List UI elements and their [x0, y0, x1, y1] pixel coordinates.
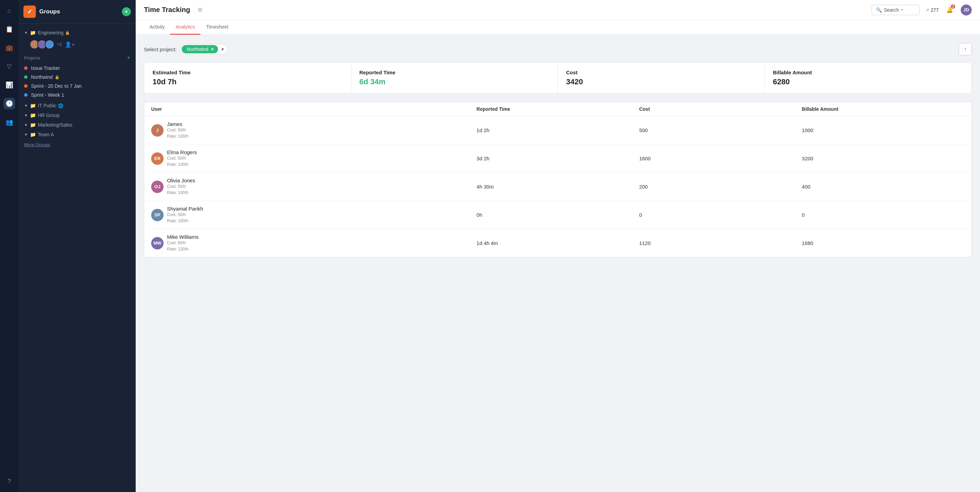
- export-button[interactable]: ↑: [959, 43, 972, 56]
- notification-count: 2: [951, 5, 955, 9]
- search-box[interactable]: 🔍 Search ▾: [872, 5, 920, 15]
- col-reported-time: Reported Time: [477, 106, 639, 112]
- avatar-3: [45, 40, 54, 49]
- avatar-shyamal: SP: [151, 209, 164, 221]
- cost-value: 3420: [566, 78, 756, 86]
- home-icon[interactable]: ⌂: [3, 5, 15, 16]
- clock-icon[interactable]: 🕐: [3, 98, 15, 110]
- billable-james: 1000: [802, 127, 964, 133]
- billable-shyamal: 0: [802, 212, 964, 218]
- engineering-arrow: ▼: [24, 31, 28, 35]
- user-cell-shyamal: SP Shyamal Parikh Cost: 50/h Rate: 100/h: [151, 206, 477, 224]
- group-team-a[interactable]: ▼ 📁 Team A: [19, 130, 136, 139]
- tab-activity[interactable]: Activity: [144, 20, 170, 35]
- project-tag-northwind[interactable]: Northwind ✕: [182, 45, 218, 53]
- sidebar-item-issue-tracker[interactable]: Issue Tracker: [24, 63, 130, 73]
- search-label: Search: [884, 7, 899, 13]
- topbar: Time Tracking ⚙ 🔍 Search ▾ ↗ 277 🔔 2 JD: [136, 0, 980, 20]
- sprint-dec-label: Sprint - 20 Dec to 7 Jan: [31, 83, 82, 89]
- filter-icon[interactable]: ▽: [3, 60, 15, 72]
- page-title: Time Tracking: [144, 6, 190, 14]
- table-row: J James Cost: 50/h Rate: 100/h 1d 2h 500…: [144, 116, 971, 144]
- more-groups-link[interactable]: More Groups: [19, 139, 136, 150]
- avatar-james: J: [151, 124, 164, 136]
- col-billable-amount: Billable Amount: [802, 106, 964, 112]
- app-logo: ✓: [24, 5, 36, 18]
- clipboard-icon[interactable]: 📋: [3, 24, 15, 35]
- estimated-time-value: 10d 7h: [153, 78, 343, 86]
- engineering-label: Engineering: [38, 30, 64, 35]
- member-count: +2: [57, 42, 62, 47]
- cost-olivia: 200: [639, 184, 802, 190]
- user-avatar[interactable]: JD: [961, 5, 972, 16]
- it-public-folder-icon: 📁: [30, 103, 36, 108]
- groups-title: Groups: [39, 8, 122, 15]
- group-engineering[interactable]: ▼ 📁 Engineering 🔒: [19, 27, 136, 38]
- users-icon[interactable]: 👥: [3, 116, 15, 128]
- table-row: OJ Olivia Jones Cost: 50/h Rate: 100/h 4…: [144, 173, 971, 201]
- user-cell-james: J James Cost: 50/h Rate: 100/h: [151, 121, 477, 139]
- card-cost: Cost 3420: [558, 63, 765, 93]
- content-area: Select project: Northwind ✕ ▾ ↑ Estimate…: [136, 35, 980, 492]
- briefcase-icon[interactable]: 💼: [3, 42, 15, 54]
- user-name-olivia: Olivia Jones: [167, 178, 195, 183]
- engineering-folder-icon: 📁: [30, 30, 36, 35]
- icon-rail: ⌂ 📋 💼 ▽ 📊 🕐 👥 ?: [0, 0, 19, 492]
- billable-elma: 3200: [802, 156, 964, 161]
- reported-time-olivia: 4h 30m: [477, 184, 639, 190]
- tab-analytics[interactable]: Analytics: [170, 20, 200, 35]
- add-project-button[interactable]: +: [127, 55, 130, 61]
- projects-header: Projects +: [24, 53, 130, 63]
- settings-icon[interactable]: ⚙: [198, 6, 202, 13]
- cost-label: Cost: [566, 70, 756, 75]
- data-table: User Reported Time Cost Billable Amount …: [144, 102, 972, 257]
- user-info-elma: Elma Rogers Cost: 50/h Rate: 100/h: [167, 149, 197, 168]
- remove-project-tag-button[interactable]: ✕: [210, 46, 215, 52]
- reported-time-james: 1d 2h: [477, 127, 639, 133]
- reported-time-value: 6d 34m: [360, 78, 550, 86]
- reported-time-shyamal: 0h: [477, 212, 639, 218]
- chart-icon[interactable]: 📊: [3, 79, 15, 91]
- northwind-label: Northwind: [31, 74, 52, 80]
- user-info-james: James Cost: 50/h Rate: 100/h: [167, 121, 188, 139]
- table-row: SP Shyamal Parikh Cost: 50/h Rate: 100/h…: [144, 201, 971, 229]
- group-hr[interactable]: ▼ 📁 HR Group: [19, 110, 136, 120]
- it-public-arrow: ▼: [24, 103, 28, 108]
- trend-count: 277: [931, 7, 939, 13]
- projects-label: Projects: [24, 56, 40, 60]
- user-rates-shyamal: Cost: 50/h Rate: 100/h: [167, 212, 203, 224]
- projects-section: Projects + Issue Tracker Northwind 🔒 Spr…: [19, 52, 136, 101]
- avatar-olivia: OJ: [151, 181, 164, 193]
- billable-olivia: 400: [802, 184, 964, 190]
- user-rates-mike: Cost: 80/h Rate: 120/h: [167, 240, 199, 252]
- avatar-elma: ER: [151, 152, 164, 165]
- notifications-button[interactable]: 🔔 2: [944, 5, 955, 16]
- help-icon[interactable]: ?: [3, 476, 15, 487]
- it-public-label: IT Public: [38, 103, 56, 108]
- sidebar-item-northwind[interactable]: Northwind 🔒: [24, 73, 130, 81]
- cost-mike: 1120: [639, 240, 802, 246]
- user-rates-elma: Cost: 50/h Rate: 100/h: [167, 155, 197, 168]
- engineering-lock-icon: 🔒: [65, 31, 70, 35]
- trend-badge: ↗ 277: [925, 7, 939, 13]
- sidebar-item-sprint-dec[interactable]: Sprint - 20 Dec to 7 Jan: [24, 81, 130, 90]
- sidebar-content: ▼ 📁 Engineering 🔒 +2 👤+ Projects + Issue…: [19, 24, 136, 154]
- tab-timesheet[interactable]: Timesheet: [200, 20, 234, 35]
- reported-time-label: Reported Time: [360, 70, 550, 75]
- group-it-public[interactable]: ▼ 📁 IT Public 🌐: [19, 101, 136, 110]
- filter-row: Select project: Northwind ✕ ▾ ↑: [144, 43, 972, 56]
- reported-time-mike: 1d 4h 4m: [477, 240, 639, 246]
- marketing-folder-icon: 📁: [30, 122, 36, 128]
- northwind-dot: [24, 75, 27, 79]
- user-cell-olivia: OJ Olivia Jones Cost: 50/h Rate: 100/h: [151, 178, 477, 196]
- add-group-button[interactable]: +: [122, 7, 131, 16]
- cost-james: 500: [639, 127, 802, 133]
- group-marketing[interactable]: ▼ 📁 Marketing/Sales: [19, 120, 136, 130]
- engineering-avatars: [30, 40, 54, 49]
- sidebar-item-sprint-week1[interactable]: Sprint - Week 1: [24, 90, 130, 100]
- add-member-button[interactable]: 👤+: [65, 41, 75, 48]
- project-dropdown-arrow[interactable]: ▾: [220, 45, 226, 53]
- card-reported-time: Reported Time 6d 34m: [351, 63, 558, 93]
- table-header: User Reported Time Cost Billable Amount: [144, 102, 971, 116]
- search-icon: 🔍: [876, 7, 882, 13]
